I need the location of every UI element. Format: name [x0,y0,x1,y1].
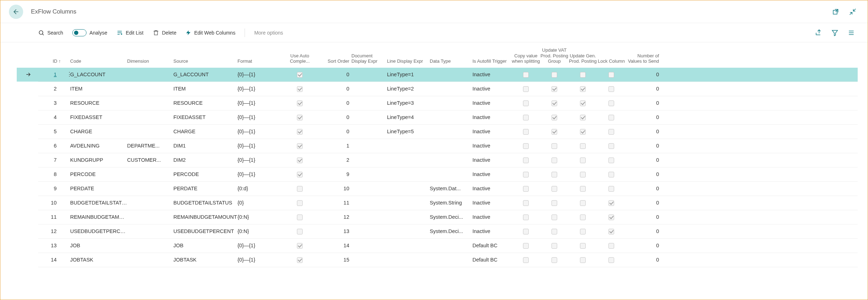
cell-updvat[interactable] [540,228,569,234]
cell-dimension[interactable]: CUSTOMER... [127,157,173,163]
checkbox[interactable] [297,172,303,177]
cell-copysplit[interactable] [512,200,540,206]
cell-numvalues[interactable]: 0 [626,157,661,163]
checkbox[interactable] [297,243,303,249]
cell-id[interactable]: 8 [38,171,63,177]
checkbox[interactable] [551,214,557,220]
cell-autofill[interactable]: Inactive [472,214,512,220]
cell-updgen[interactable] [569,214,597,220]
cell-id[interactable]: 10 [38,200,63,206]
analyse-toggle[interactable]: Analyse [72,29,107,36]
cell-sortorder[interactable]: 12 [316,214,351,220]
checkbox[interactable] [608,157,614,163]
cell-datatype[interactable]: System.String [430,200,472,206]
checkbox[interactable] [551,257,557,263]
cell-id[interactable]: 1 [38,72,63,77]
cell-format[interactable]: {0}—{1} [237,243,284,248]
checkbox[interactable] [608,115,614,120]
checkbox[interactable] [523,229,529,234]
cell-useauto[interactable] [284,114,316,120]
checkbox[interactable] [580,200,586,206]
table-row[interactable]: 9 PERDATE PERDATE {0:d} 10 System.Dat...… [38,182,858,196]
cell-id[interactable]: 9 [38,186,63,191]
cell-source[interactable]: REMAINBUDGETAMOUNT [173,214,237,220]
cell-code[interactable]: USEDBUDGETPERCENT [70,228,127,234]
checkbox[interactable] [523,143,529,149]
cell-numvalues[interactable]: 0 [626,129,661,134]
checkbox[interactable] [297,200,303,206]
cell-autofill[interactable]: Inactive [472,157,512,163]
cell-code[interactable]: REMAINBUDGETAMOUNT [70,214,127,220]
checkbox[interactable] [523,100,529,106]
cell-format[interactable]: {0:N} [237,214,284,220]
cell-autofill[interactable]: Inactive [472,100,512,106]
cell-autofill[interactable]: Inactive [472,72,512,77]
cell-updgen[interactable] [569,114,597,120]
cell-sortorder[interactable]: 15 [316,257,351,263]
checkbox[interactable] [551,100,557,106]
checkbox[interactable] [297,86,303,92]
cell-format[interactable]: {0}—{1} [237,114,284,120]
checkbox[interactable] [608,186,614,192]
cell-useauto[interactable] [284,100,316,106]
checkbox[interactable] [297,186,303,192]
cell-code[interactable]: FIXEDASSET [70,114,127,120]
table-row[interactable]: 3 RESOURCE RESOURCE {0}—{1} 0 LineType=3… [38,96,858,110]
search-button[interactable]: Search [38,30,63,36]
checkbox[interactable] [523,72,529,78]
table-row[interactable]: 12 USEDBUDGETPERCENT USEDBUDGETPERCENT {… [38,224,858,239]
checkbox[interactable] [551,72,557,78]
cell-code[interactable]: PERDATE [70,186,127,191]
cell-copysplit[interactable] [512,214,540,220]
cell-format[interactable]: {0}—{1} [237,72,284,77]
cell-linedisplay[interactable]: LineType=5 [387,129,430,134]
col-copysplit[interactable]: Copy value when splitting [512,53,540,64]
cell-lock[interactable] [597,200,626,206]
cell-sortorder[interactable]: 0 [316,86,351,92]
table-row[interactable]: 14 JOBTASK JOBTASK {0}—{1} 15 Default BC… [38,253,858,267]
col-id[interactable]: ID ↑ [38,58,63,64]
cell-datatype[interactable]: System.Deci... [430,228,472,234]
cell-sortorder[interactable]: 0 [316,114,351,120]
checkbox[interactable] [580,72,586,78]
cell-copysplit[interactable] [512,72,540,78]
cell-numvalues[interactable]: 0 [626,243,661,248]
cell-id[interactable]: 5 [38,129,63,134]
cell-updvat[interactable] [540,171,569,177]
cell-source[interactable]: JOB [173,243,237,248]
cell-code[interactable]: JOBTASK [70,257,127,263]
cell-dimension[interactable]: DEPARTME... [127,143,173,149]
cell-linedisplay[interactable]: LineType=3 [387,100,430,106]
cell-lock[interactable] [597,243,626,249]
checkbox[interactable] [523,243,529,249]
checkbox[interactable] [551,186,557,192]
cell-useauto[interactable] [284,186,316,192]
cell-numvalues[interactable]: 0 [626,228,661,234]
cell-linedisplay[interactable]: LineType=2 [387,86,430,92]
checkbox[interactable] [523,172,529,177]
cell-updgen[interactable] [569,143,597,149]
cell-source[interactable]: FIXEDASSET [173,114,237,120]
cell-lock[interactable] [597,228,626,234]
cell-id[interactable]: 4 [38,114,63,120]
cell-id[interactable]: 12 [38,228,63,234]
cell-code[interactable]: AVDELNING [70,143,127,149]
cell-useauto[interactable] [284,129,316,135]
cell-useauto[interactable] [284,171,316,177]
checkbox[interactable] [580,229,586,234]
cell-autofill[interactable]: Inactive [472,129,512,134]
table-row[interactable]: 2 ITEM ITEM {0}—{1} 0 LineType=2 Inactiv… [38,82,858,96]
cell-lock[interactable] [597,86,626,92]
cell-source[interactable]: DIM1 [173,143,237,149]
edit-web-button[interactable]: Edit Web Columns [185,30,235,36]
cell-numvalues[interactable]: 0 [626,86,661,92]
cell-source[interactable]: PERCODE [173,171,237,177]
cell-numvalues[interactable]: 0 [626,114,661,120]
cell-code[interactable]: KUNDGRUPP [70,157,127,163]
cell-numvalues[interactable]: 0 [626,171,661,177]
checkbox[interactable] [580,257,586,263]
cell-format[interactable]: {0} [237,200,284,206]
delete-button[interactable]: Delete [153,30,176,36]
cell-updvat[interactable] [540,257,569,263]
col-source[interactable]: Source [173,58,237,64]
